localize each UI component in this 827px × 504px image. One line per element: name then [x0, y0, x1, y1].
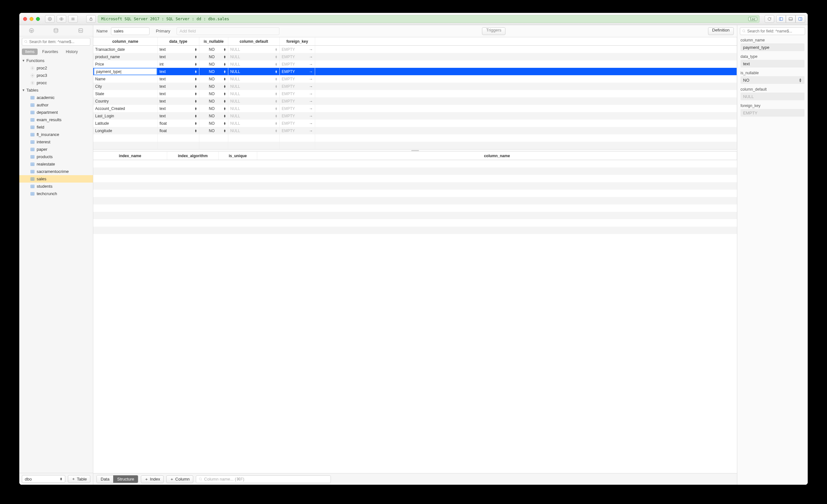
- chevron-updown-icon[interactable]: ▲▼: [224, 63, 226, 66]
- inspector-search-input[interactable]: [747, 29, 803, 34]
- inspector-field-value[interactable]: EMPTY: [740, 109, 805, 117]
- chevron-updown-icon[interactable]: ▲▼: [275, 122, 278, 125]
- sidebar-tab-favorites[interactable]: Favorites: [39, 49, 61, 55]
- column-nullable-cell[interactable]: NO▲▼: [199, 46, 228, 53]
- column-fk-cell[interactable]: EMPTY→: [280, 75, 315, 83]
- column-default-cell[interactable]: NULL▲▼: [228, 60, 280, 68]
- column-default-cell[interactable]: NULL▲▼: [228, 97, 280, 105]
- sidebar-group-functions[interactable]: ▼Functions: [19, 57, 93, 64]
- table-name-input[interactable]: sales: [111, 27, 149, 35]
- sidebar-search-input[interactable]: [29, 40, 88, 44]
- idx-header-algo[interactable]: index_algorithm: [167, 152, 218, 160]
- chevron-updown-icon[interactable]: ▲▼: [224, 129, 226, 133]
- column-fk-cell[interactable]: EMPTY→: [280, 53, 315, 60]
- chevron-updown-icon[interactable]: ▲▼: [195, 70, 197, 73]
- col-header-fk[interactable]: foreign_key: [280, 37, 315, 45]
- column-name-cell[interactable]: product_name: [93, 53, 157, 60]
- column-default-cell[interactable]: NULL▲▼: [228, 68, 280, 75]
- column-fk-cell[interactable]: EMPTY→: [280, 83, 315, 90]
- chevron-updown-icon[interactable]: ▲▼: [275, 78, 278, 81]
- column-type-cell[interactable]: text▲▼: [157, 68, 199, 75]
- column-fk-cell[interactable]: EMPTY→: [280, 60, 315, 68]
- sidebar-group-tables[interactable]: ▼Tables: [19, 87, 93, 94]
- table-row[interactable]: Account_Created text▲▼ NO▲▼ NULL▲▼ EMPTY…: [93, 105, 737, 112]
- column-type-cell[interactable]: text▲▼: [157, 112, 199, 119]
- sidebar-item-proc3[interactable]: proc3: [19, 72, 93, 79]
- definition-button[interactable]: Definition: [708, 27, 734, 35]
- column-name-cell[interactable]: Last_Login: [93, 112, 157, 119]
- column-default-cell[interactable]: NULL▲▼: [228, 83, 280, 90]
- sidebar-item-proc2[interactable]: proc2: [19, 64, 93, 72]
- chevron-updown-icon[interactable]: ▲▼: [224, 85, 226, 88]
- column-nullable-cell[interactable]: NO▲▼: [199, 53, 228, 60]
- column-type-cell[interactable]: text▲▼: [157, 90, 199, 97]
- chevron-updown-icon[interactable]: ▲▼: [275, 92, 278, 95]
- table-row[interactable]: product_name text▲▼ NO▲▼ NULL▲▼ EMPTY→: [93, 53, 737, 60]
- column-nullable-cell[interactable]: NO▲▼: [199, 105, 228, 112]
- column-type-cell[interactable]: float▲▼: [157, 119, 199, 127]
- chevron-updown-icon[interactable]: ▲▼: [275, 107, 278, 110]
- column-fk-cell[interactable]: EMPTY→: [280, 119, 315, 127]
- column-default-cell[interactable]: NULL▲▼: [228, 112, 280, 119]
- close-icon[interactable]: [23, 17, 27, 21]
- chevron-updown-icon[interactable]: ▲▼: [224, 122, 226, 125]
- column-default-cell[interactable]: NULL▲▼: [228, 90, 280, 97]
- col-header-type[interactable]: data_type: [157, 37, 199, 45]
- lock-icon[interactable]: [86, 15, 96, 23]
- table-row[interactable]: City text▲▼ NO▲▼ NULL▲▼ EMPTY→: [93, 83, 737, 90]
- column-name-cell[interactable]: Latitude: [93, 119, 157, 127]
- add-field-input[interactable]: Add field: [177, 27, 280, 35]
- chevron-updown-icon[interactable]: ▲▼: [195, 122, 197, 125]
- sidebar-item-academic[interactable]: academic: [19, 94, 93, 101]
- minimize-icon[interactable]: [30, 17, 34, 21]
- column-fk-cell[interactable]: EMPTY→: [280, 105, 315, 112]
- chevron-updown-icon[interactable]: ▲▼: [224, 100, 226, 103]
- chevron-updown-icon[interactable]: ▲▼: [275, 55, 278, 58]
- inspector-search[interactable]: [740, 27, 805, 35]
- chevron-updown-icon[interactable]: ▲▼: [275, 70, 278, 73]
- column-nullable-cell[interactable]: NO▲▼: [199, 112, 228, 119]
- table-row[interactable]: Country text▲▼ NO▲▼ NULL▲▼ EMPTY→: [93, 97, 737, 105]
- sidebar-tab-items[interactable]: Items: [22, 49, 38, 55]
- column-type-cell[interactable]: text▲▼: [157, 105, 199, 112]
- sidebar-item-field[interactable]: field: [19, 123, 93, 131]
- column-nullable-cell[interactable]: NO▲▼: [199, 127, 228, 134]
- eye-icon[interactable]: [57, 15, 66, 23]
- chevron-updown-icon[interactable]: ▲▼: [275, 48, 278, 51]
- sidebar-item-paper[interactable]: paper: [19, 146, 93, 153]
- splitter[interactable]: [93, 149, 737, 152]
- idx-header-unique[interactable]: is_unique: [218, 152, 257, 160]
- triggers-button[interactable]: Triggers: [482, 27, 505, 35]
- column-default-cell[interactable]: NULL▲▼: [228, 105, 280, 112]
- chevron-updown-icon[interactable]: ▲▼: [195, 63, 197, 66]
- column-type-cell[interactable]: text▲▼: [157, 46, 199, 53]
- sidebar-item-procc[interactable]: procc: [19, 79, 93, 87]
- add-index-button[interactable]: ＋Index: [141, 475, 164, 483]
- col-header-nullable[interactable]: is_nullable: [199, 37, 228, 45]
- stop-button[interactable]: [45, 15, 55, 23]
- layout-right-icon[interactable]: [795, 15, 805, 23]
- column-type-cell[interactable]: text▲▼: [157, 97, 199, 105]
- table-row[interactable]: Latitude float▲▼ NO▲▼ NULL▲▼ EMPTY→: [93, 119, 737, 127]
- column-name-cell[interactable]: payment_type: [94, 68, 157, 75]
- column-nullable-cell[interactable]: NO▲▼: [199, 119, 228, 127]
- add-column-button[interactable]: ＋Column: [166, 475, 193, 483]
- chevron-updown-icon[interactable]: ▲▼: [195, 129, 197, 133]
- inspector-field-value[interactable]: NO▲▼: [740, 76, 805, 84]
- column-type-cell[interactable]: text▲▼: [157, 75, 199, 83]
- table-row[interactable]: Longitude float▲▼ NO▲▼ NULL▲▼ EMPTY→: [93, 127, 737, 134]
- chevron-updown-icon[interactable]: ▲▼: [195, 100, 197, 103]
- sql-icon[interactable]: SQL: [74, 27, 87, 34]
- column-fk-cell[interactable]: EMPTY→: [280, 46, 315, 53]
- chevron-updown-icon[interactable]: ▲▼: [224, 107, 226, 110]
- table-row[interactable]: Transaction_date text▲▼ NO▲▼ NULL▲▼ EMPT…: [93, 46, 737, 53]
- inspector-field-value[interactable]: text: [740, 60, 805, 67]
- chevron-updown-icon[interactable]: ▲▼: [224, 92, 226, 95]
- column-type-cell[interactable]: float▲▼: [157, 127, 199, 134]
- sidebar-item-department[interactable]: department: [19, 109, 93, 116]
- sidebar-item-fl_insurance[interactable]: fl_insurance: [19, 131, 93, 138]
- column-name-cell[interactable]: Price: [93, 60, 157, 68]
- chevron-updown-icon[interactable]: ▲▼: [195, 114, 197, 118]
- table-row[interactable]: Name text▲▼ NO▲▼ NULL▲▼ EMPTY→: [93, 75, 737, 83]
- chevron-updown-icon[interactable]: ▲▼: [224, 48, 226, 51]
